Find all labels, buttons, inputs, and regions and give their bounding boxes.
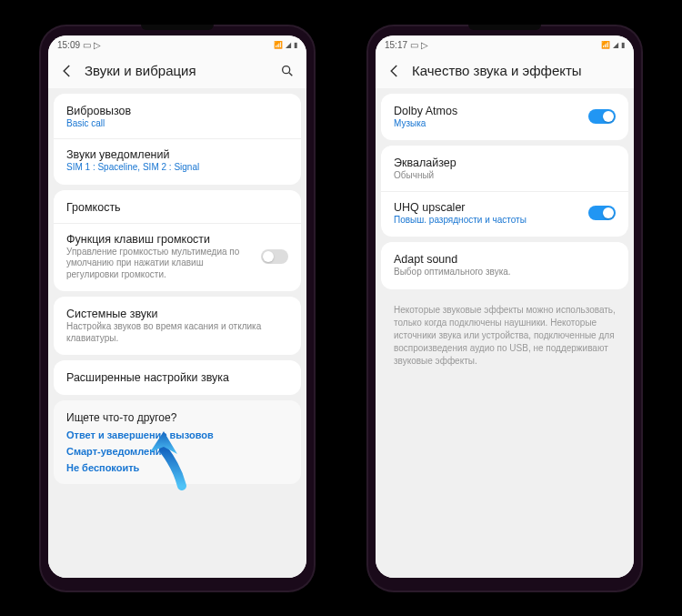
row-subtitle: Управление громкостью мультимедиа по умо…: [66, 247, 288, 281]
battery-icon: ▮: [294, 41, 297, 49]
row-adapt-sound[interactable]: Adapt sound Выбор оптимального звука.: [381, 244, 628, 288]
notification-icon: ▷: [421, 40, 428, 50]
row-notification-sounds[interactable]: Звуки уведомлений SIM 1 : Spaceline, SIM…: [54, 138, 301, 183]
signal-icon: ◢: [286, 41, 291, 49]
status-time: 15:17: [385, 40, 407, 50]
wifi-icon: 📶: [274, 41, 283, 49]
row-title: Расширенные настройки звука: [66, 371, 288, 384]
status-bar: 15:17 ▭ ▷ 📶 ◢ ▮: [376, 35, 634, 56]
card-volume: Громкость Функция клавиш громкости Управ…: [54, 190, 301, 292]
svg-point-0: [283, 66, 290, 73]
link-smart-notifications[interactable]: Смарт-уведомления: [66, 446, 288, 457]
row-title: Громкость: [66, 201, 288, 214]
page-title: Качество звука и эффекты: [412, 63, 623, 78]
phone-left: 15:09 ▭ ▷ 📶 ◢ ▮ Звуки и вибрация Вибровы: [41, 26, 314, 591]
link-do-not-disturb[interactable]: Не беспокоить: [66, 462, 288, 473]
row-subtitle: SIM 1 : Spaceline, SIM 2 : Signal: [66, 162, 288, 174]
looking-for-card: Ищете что-то другое? Ответ и завершение …: [54, 400, 301, 484]
row-subtitle: Повыш. разрядности и частоты: [394, 215, 616, 227]
footer-note: Некоторые звуковые эффекты можно использ…: [381, 295, 628, 371]
phone-right: 15:17 ▭ ▷ 📶 ◢ ▮ Качество звука и эффекты…: [368, 26, 641, 591]
settings-content: Dolby Atmos Музыка Эквалайзер Обычный UH…: [376, 88, 634, 578]
card-advanced-sound: Расширенные настройки звука: [54, 360, 301, 395]
screen-left: 15:09 ▭ ▷ 📶 ◢ ▮ Звуки и вибрация Вибровы: [48, 35, 306, 578]
row-title: Эквалайзер: [394, 157, 616, 169]
notification-icon: ▷: [94, 40, 101, 50]
row-subtitle: Выбор оптимального звука.: [394, 267, 616, 278]
row-title: Системные звуки: [66, 308, 288, 320]
row-equalizer[interactable]: Эквалайзер Обычный: [381, 147, 628, 191]
footer-links: Ответ и завершение вызовов Смарт-уведомл…: [66, 429, 288, 473]
toggle-uhq-upscaler[interactable]: [588, 206, 616, 220]
screen-right: 15:17 ▭ ▷ 📶 ◢ ▮ Качество звука и эффекты…: [376, 35, 634, 578]
row-subtitle: Настройка звуков во время касания и откл…: [66, 321, 288, 344]
card-adapt-sound: Adapt sound Выбор оптимального звука.: [381, 242, 628, 289]
card-dolby: Dolby Atmos Музыка: [381, 94, 628, 141]
status-bar: 15:09 ▭ ▷ 📶 ◢ ▮: [48, 35, 306, 56]
row-title: Вибровызов: [66, 105, 288, 117]
row-system-sounds[interactable]: Системные звуки Настройка звуков во врем…: [54, 298, 301, 353]
row-title: Звуки уведомлений: [66, 148, 288, 161]
row-dolby-atmos[interactable]: Dolby Atmos Музыка: [381, 96, 628, 139]
row-title: UHQ upscaler: [394, 201, 616, 214]
card-eq-uhq: Эквалайзер Обычный UHQ upscaler Повыш. р…: [381, 146, 628, 237]
signal-icon: ◢: [613, 41, 618, 49]
page-header: Качество звука и эффекты: [376, 56, 634, 88]
notification-icon: ▭: [83, 40, 91, 50]
status-time: 15:09: [57, 40, 80, 50]
row-title: Adapt sound: [394, 253, 616, 266]
wifi-icon: 📶: [601, 41, 610, 49]
link-answer-end-calls[interactable]: Ответ и завершение вызовов: [66, 429, 288, 440]
card-ringtone: Вибровызов Basic call Звуки уведомлений …: [54, 94, 301, 185]
toggle-volume-keys[interactable]: [261, 249, 288, 264]
looking-for-title: Ищете что-то другое?: [66, 411, 288, 424]
row-subtitle: Basic call: [66, 118, 288, 130]
row-subtitle: Обычный: [394, 170, 616, 182]
search-icon[interactable]: [279, 63, 296, 79]
row-volume-keys-function[interactable]: Функция клавиш громкости Управление гром…: [54, 223, 301, 290]
row-title: Dolby Atmos: [394, 105, 616, 117]
card-system-sounds: Системные звуки Настройка звуков во врем…: [54, 297, 301, 355]
settings-content: Вибровызов Basic call Звуки уведомлений …: [48, 88, 306, 578]
row-subtitle: Музыка: [394, 118, 616, 130]
battery-icon: ▮: [621, 41, 625, 49]
row-title: Функция клавиш громкости: [66, 233, 288, 246]
page-title: Звуки и вибрация: [85, 63, 270, 78]
toggle-dolby-atmos[interactable]: [588, 109, 616, 124]
back-icon[interactable]: [59, 63, 75, 79]
page-header: Звуки и вибрация: [48, 56, 306, 88]
row-volume[interactable]: Громкость: [54, 192, 301, 223]
notification-icon: ▭: [410, 40, 418, 50]
row-advanced-sound-settings[interactable]: Расширенные настройки звука: [54, 362, 301, 393]
row-vibration-call[interactable]: Вибровызов Basic call: [54, 96, 301, 139]
back-icon[interactable]: [386, 63, 403, 79]
row-uhq-upscaler[interactable]: UHQ upscaler Повыш. разрядности и частот…: [381, 191, 628, 236]
